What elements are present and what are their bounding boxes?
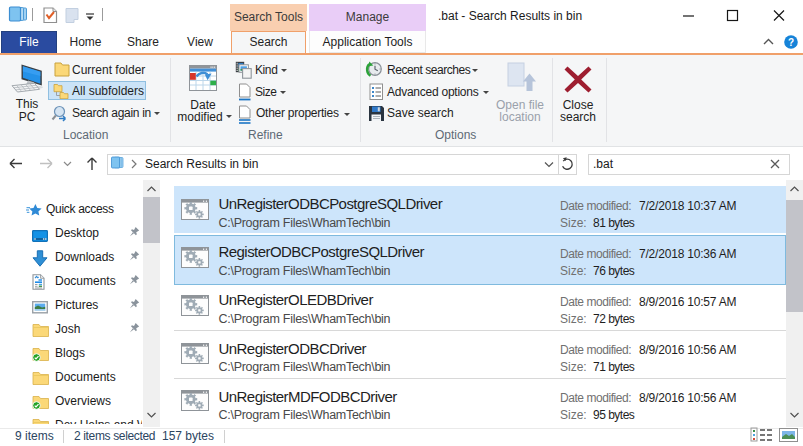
svg-text:?: ? [788, 37, 794, 48]
